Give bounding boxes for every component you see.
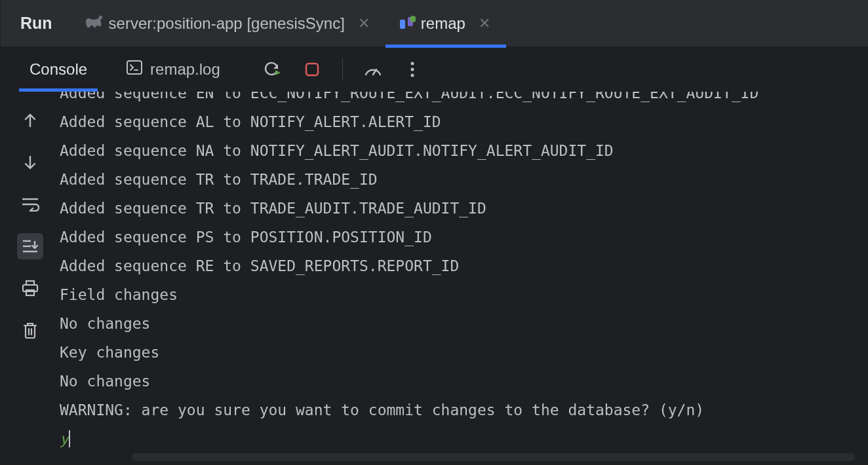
svg-rect-1 (400, 20, 405, 29)
scroll-down-button[interactable] (17, 149, 43, 176)
tab-server-position-app[interactable]: server:position-app [genesisSync] ✕ (72, 0, 385, 47)
horizontal-scrollbar[interactable] (132, 453, 855, 461)
console-main: Added sequence EN to ECC_NOTIFY_ROUTE_EX… (1, 92, 868, 465)
console-line: Added sequence TR to TRADE.TRADE_ID (60, 165, 858, 194)
console-output[interactable]: Added sequence EN to ECC_NOTIFY_ROUTE_EX… (60, 92, 868, 465)
svg-point-8 (410, 62, 414, 65)
soft-wrap-button[interactable] (17, 191, 43, 217)
console-sub-tabs: Console remap.log (1, 47, 868, 92)
svg-point-9 (410, 67, 414, 71)
console-line: Added sequence RE to SAVED_REPORTS.REPOR… (60, 251, 858, 280)
console-toolbar (262, 58, 423, 81)
toolbar-divider (342, 58, 343, 81)
console-line: Added sequence PS to POSITION.POSITION_I… (60, 223, 858, 251)
print-button[interactable] (17, 275, 43, 301)
console-line: Field changes (60, 280, 858, 309)
console-gutter (1, 92, 60, 465)
run-tabs-bar: Run server:position-app [genesisSync] ✕ … (1, 0, 868, 47)
console-line: No changes (60, 309, 858, 338)
close-icon[interactable]: ✕ (476, 15, 493, 32)
console-input-line[interactable]: y (60, 424, 858, 453)
stop-button[interactable] (302, 59, 323, 80)
run-panel-label: Run (1, 14, 72, 33)
sub-tab-label: remap.log (150, 60, 220, 79)
run-config-icon (399, 16, 414, 31)
terminal-icon (127, 60, 142, 79)
scroll-up-button[interactable] (17, 107, 43, 134)
svg-point-0 (89, 20, 92, 23)
console-line: Added sequence AL to NOTIFY_ALERT.ALERT_… (60, 107, 858, 136)
svg-rect-4 (127, 61, 142, 74)
text-cursor (69, 430, 70, 447)
sub-tab-console[interactable]: Console (11, 47, 106, 92)
scroll-to-end-button[interactable] (17, 233, 43, 259)
console-line: WARNING: are you sure you want to commit… (60, 396, 858, 424)
rerun-button[interactable] (262, 59, 283, 80)
svg-point-10 (410, 73, 414, 77)
performance-button[interactable] (363, 59, 384, 80)
console-line: Key changes (60, 338, 858, 367)
console-line: Added sequence TR to TRADE_AUDIT.TRADE_A… (60, 194, 858, 223)
tab-remap[interactable]: remap ✕ (385, 0, 506, 47)
gradle-icon (85, 14, 102, 33)
sub-tab-label: Console (30, 60, 87, 79)
clear-button[interactable] (17, 317, 43, 343)
close-icon[interactable]: ✕ (355, 15, 372, 32)
more-button[interactable] (402, 59, 423, 80)
tab-label: server:position-app [genesisSync] (109, 14, 345, 33)
svg-rect-6 (306, 64, 318, 75)
console-line: No changes (60, 367, 858, 396)
tab-label: remap (421, 14, 465, 33)
console-line: Added sequence NA to NOTIFY_ALERT_AUDIT.… (60, 136, 858, 165)
console-line: Added sequence EN to ECC_NOTIFY_ROUTE_EX… (60, 92, 858, 107)
sub-tab-log[interactable]: remap.log (108, 47, 239, 92)
